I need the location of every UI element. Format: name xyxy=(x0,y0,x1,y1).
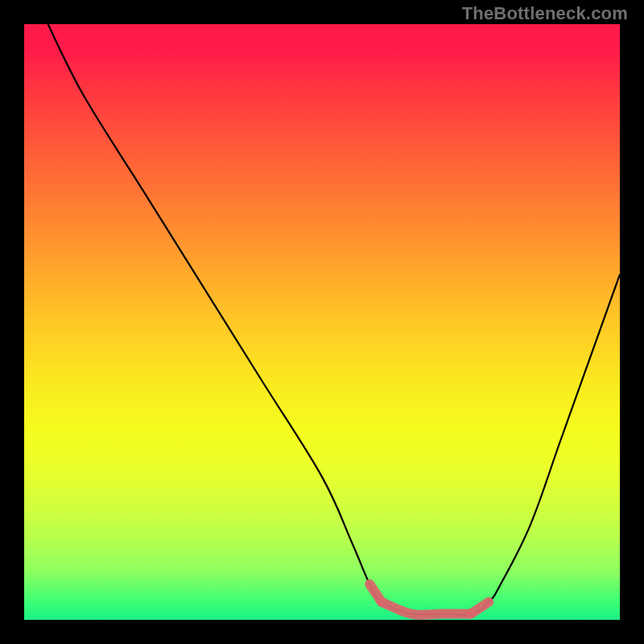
plot-area xyxy=(24,24,620,620)
chart-frame: TheBottleneck.com xyxy=(0,0,644,644)
highlight-layer xyxy=(369,584,489,615)
bottleneck-curve xyxy=(48,24,620,615)
optimal-range-flat xyxy=(382,602,471,615)
curve-layer xyxy=(48,24,620,615)
watermark-text: TheBottleneck.com xyxy=(462,3,628,24)
optimal-range-right xyxy=(471,602,489,614)
chart-svg xyxy=(24,24,620,620)
